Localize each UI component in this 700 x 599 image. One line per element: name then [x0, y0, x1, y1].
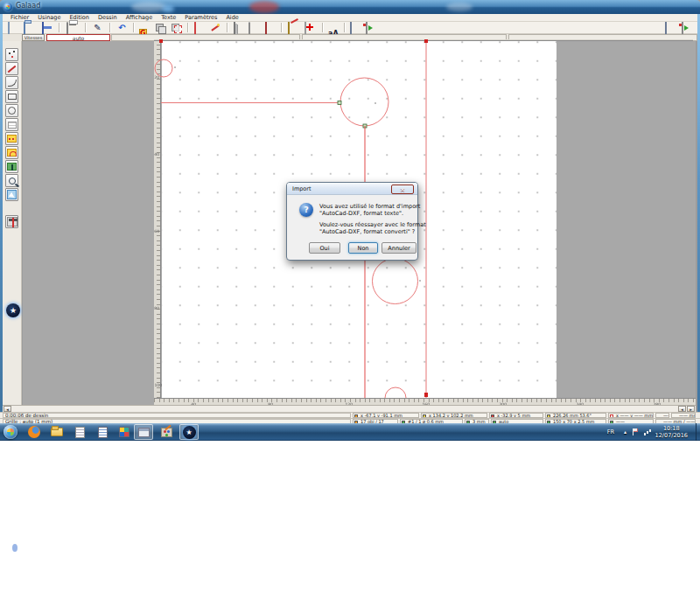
toolbar-separator [322, 23, 324, 32]
undo-icon: ↶ [116, 23, 128, 32]
cancel-button[interactable]: Annuler [382, 242, 416, 254]
pan-tool[interactable] [5, 188, 18, 201]
taskbar-galaad-icon[interactable]: ★ [179, 424, 199, 440]
app-icon [4, 3, 12, 11]
menu-aide[interactable]: Aide [221, 14, 242, 22]
menu-parametres[interactable]: Paramètres [180, 14, 221, 22]
start-button[interactable] [4, 425, 18, 439]
no-button[interactable]: Non [348, 242, 378, 254]
active-layer-box[interactable]: auto [46, 34, 110, 41]
menu-affichage[interactable]: Affichage [122, 14, 158, 22]
dialog-message: Vous avez utilisé le format d'import [319, 203, 420, 210]
status-row-1: 0:00:06 de dessin x -67,1 y -91,1 mm x 1… [0, 412, 700, 418]
taskbar-firefox-icon[interactable] [24, 424, 44, 440]
horizontal-ruler: 40 80 120 160 200 240 280 [154, 398, 696, 405]
new-file-button[interactable] [7, 23, 18, 33]
menu-bar: Fichier Usinage Edition Dessin Affichage… [3, 14, 697, 22]
capture-button[interactable] [665, 23, 676, 33]
export-button[interactable] [366, 23, 377, 33]
glass-reflection [162, 5, 174, 12]
undo-button[interactable]: ↶ [116, 23, 128, 33]
open-file-button[interactable] [24, 23, 35, 33]
title-bar[interactable]: Galaad [0, 0, 700, 14]
plate-tool[interactable] [5, 118, 18, 131]
label-dot [419, 280, 421, 282]
save-button[interactable] [42, 23, 53, 33]
copy-button[interactable] [155, 23, 166, 33]
network-icon[interactable] [644, 429, 651, 435]
circle-tool[interactable] [5, 104, 18, 117]
guide-marker-bottom [424, 393, 428, 397]
toolbar-separator [85, 23, 87, 32]
hidden-icons-arrow[interactable]: ▴ [624, 428, 626, 435]
speeds-button[interactable]: Vitesses [22, 34, 45, 41]
cut-tool-button[interactable] [209, 23, 220, 33]
action-center-icon[interactable] [633, 428, 639, 435]
show-desktop-button[interactable] [696, 423, 700, 441]
engrave-button[interactable]: ✎ [92, 23, 103, 33]
contour-button[interactable] [248, 23, 260, 33]
measure-button[interactable] [288, 23, 299, 33]
dialog-title-bar[interactable]: Import × [287, 183, 417, 195]
toolbar-separator [133, 23, 135, 32]
simulation-tool[interactable] [5, 160, 18, 173]
curve-tool[interactable] [5, 76, 18, 89]
star-icon: ★ [186, 428, 192, 436]
horizontal-scrollbar[interactable]: ◂ ◂ ▸ [3, 405, 696, 412]
node-marker[interactable] [338, 101, 341, 105]
origin-marker [159, 39, 163, 43]
points-tool[interactable] [5, 48, 18, 61]
rectangle-tool[interactable] [5, 90, 18, 103]
zoom-tool[interactable] [5, 174, 18, 187]
language-indicator[interactable]: FR [607, 428, 614, 435]
window-view-button[interactable] [350, 23, 361, 33]
menu-usinage[interactable]: Usinage [33, 14, 65, 22]
star-icon: ★ [10, 306, 17, 315]
guide-marker-top [424, 39, 428, 43]
scroll-right-button[interactable]: ▸ [687, 406, 695, 412]
taskbar-snipping-icon[interactable] [134, 424, 153, 440]
tool-palette: ★ [3, 41, 22, 405]
clock[interactable]: 10:18 12/07/2016 [655, 425, 688, 439]
hatch-tool[interactable] [5, 146, 18, 159]
dialog-title: Import [292, 185, 312, 192]
dialog-message: Voulez-vous réessayer avec le format [319, 221, 426, 228]
screen-artifact [12, 544, 18, 552]
paste-button[interactable] [171, 23, 182, 33]
yes-button[interactable]: Oui [309, 242, 340, 254]
toolpath-tool[interactable] [5, 215, 18, 228]
scroll-left-button-2[interactable]: ◂ [678, 406, 686, 412]
import-dialog: Import × ? Vous avez utilisé le format d… [286, 182, 418, 261]
quit-button[interactable] [682, 23, 693, 33]
text-case-button[interactable]: aA [328, 23, 340, 33]
menu-texte[interactable]: Texte [157, 14, 180, 22]
line-tool[interactable] [5, 62, 18, 75]
print-button[interactable] [66, 23, 78, 33]
galaad-logo-icon: ★ [6, 303, 20, 317]
menu-dessin[interactable]: Dessin [94, 14, 122, 22]
galaad-window: Galaad Fichier Usinage Edition Dessin Af… [0, 0, 700, 441]
taskbar-document-icon[interactable] [70, 424, 89, 440]
layers-button[interactable] [233, 23, 244, 33]
toolbar-separator [109, 23, 111, 32]
question-icon: ? [299, 203, 313, 217]
weld-tool[interactable] [5, 132, 18, 145]
glass-reflection [249, 1, 279, 13]
taskbar-explorer-icon[interactable] [47, 424, 66, 440]
pencil-icon: ✎ [92, 23, 103, 32]
scroll-left-button[interactable]: ◂ [4, 406, 11, 412]
dxf-drawing [154, 39, 693, 398]
import-button[interactable]: G [139, 23, 150, 33]
taskbar-office-icon[interactable] [115, 424, 134, 440]
drawing-circle-mid [373, 259, 418, 304]
toolbar-separator [59, 23, 60, 32]
toolbar-separator [281, 23, 283, 32]
window-title: Galaad [16, 2, 40, 10]
taskbar-document2-icon[interactable] [93, 424, 112, 440]
grid-snap-button[interactable] [304, 23, 316, 33]
toolbar-separator [187, 23, 189, 32]
dialog-close-button[interactable]: × [391, 185, 414, 194]
taskbar-paint-icon[interactable] [157, 424, 176, 440]
hatch-fill-button[interactable] [264, 23, 276, 33]
arc-tool-button[interactable] [193, 23, 205, 33]
